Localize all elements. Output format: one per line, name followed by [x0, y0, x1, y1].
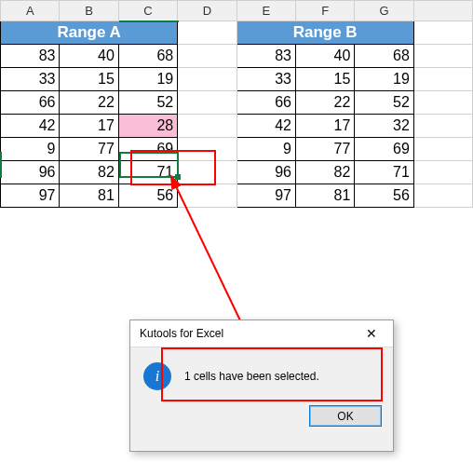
cell[interactable]: 56 — [118, 184, 177, 208]
col-header[interactable]: F — [295, 1, 354, 21]
cell[interactable]: 32 — [355, 115, 413, 138]
col-header[interactable]: A — [1, 1, 60, 21]
cell[interactable]: 52 — [118, 91, 177, 115]
dialog-titlebar[interactable]: Kutools for Excel ✕ — [130, 320, 393, 347]
selection-border — [119, 152, 179, 154]
cell[interactable] — [178, 161, 236, 184]
dialog-message: 1 cells have been selected. — [184, 370, 319, 383]
cell[interactable]: 81 — [295, 184, 354, 208]
cell[interactable] — [178, 184, 236, 208]
selection-border — [119, 176, 179, 178]
cell[interactable]: 56 — [355, 184, 413, 208]
range-a-title[interactable]: Range A — [1, 21, 178, 45]
spreadsheet-grid[interactable]: A B C D E F G Range A Range B 83 40 68 8… — [0, 0, 473, 208]
col-header-empty[interactable] — [413, 1, 472, 21]
cell[interactable]: 15 — [60, 68, 118, 91]
cell[interactable] — [413, 91, 472, 115]
col-header[interactable]: B — [60, 1, 118, 21]
ok-button[interactable]: OK — [309, 405, 382, 427]
cell[interactable]: 71 — [118, 161, 177, 184]
cell[interactable] — [413, 138, 472, 161]
cell[interactable]: 40 — [295, 45, 354, 68]
cell[interactable]: 82 — [295, 161, 354, 184]
cell[interactable]: 68 — [118, 45, 177, 68]
cell[interactable] — [413, 21, 472, 45]
cell[interactable]: 19 — [118, 68, 177, 91]
cell[interactable]: 82 — [60, 161, 118, 184]
cell[interactable]: 33 — [236, 68, 295, 91]
cell[interactable] — [413, 68, 472, 91]
col-header[interactable]: D — [178, 1, 236, 21]
cell[interactable]: 96 — [1, 161, 60, 184]
cell[interactable]: 42 — [236, 115, 295, 138]
cell[interactable]: 17 — [60, 115, 118, 138]
cell[interactable]: 15 — [295, 68, 354, 91]
cell[interactable] — [413, 184, 472, 208]
cell[interactable] — [413, 161, 472, 184]
cell[interactable]: 83 — [236, 45, 295, 68]
dialog-footer: OK — [130, 405, 393, 438]
cell[interactable] — [178, 91, 236, 115]
cell[interactable]: 9 — [1, 138, 60, 161]
cell[interactable] — [178, 115, 236, 138]
selection-border — [0, 152, 2, 178]
cell[interactable]: 17 — [295, 115, 354, 138]
cell[interactable]: 69 — [355, 138, 413, 161]
selection-handle[interactable] — [175, 174, 181, 180]
cell[interactable]: 77 — [60, 138, 118, 161]
cell[interactable]: 69 — [118, 138, 177, 161]
info-icon: i — [143, 362, 171, 390]
cell[interactable]: 71 — [355, 161, 413, 184]
dialog-body: i 1 cells have been selected. — [130, 347, 393, 405]
col-header[interactable]: E — [236, 1, 295, 21]
range-b-title[interactable]: Range B — [236, 21, 413, 45]
cell[interactable]: 97 — [236, 184, 295, 208]
selection-border — [119, 20, 179, 22]
kutools-dialog: Kutools for Excel ✕ i 1 cells have been … — [129, 320, 394, 452]
col-header[interactable]: C — [118, 1, 177, 21]
cell[interactable]: 96 — [236, 161, 295, 184]
cell[interactable]: 33 — [1, 68, 60, 91]
cell[interactable]: 66 — [236, 91, 295, 115]
cell[interactable]: 9 — [236, 138, 295, 161]
cell[interactable]: 68 — [355, 45, 413, 68]
close-icon[interactable]: ✕ — [356, 323, 387, 344]
cell[interactable]: 52 — [355, 91, 413, 115]
cell[interactable]: 22 — [295, 91, 354, 115]
cell[interactable]: 81 — [60, 184, 118, 208]
cell[interactable]: 97 — [1, 184, 60, 208]
selection-border — [119, 152, 121, 178]
cell[interactable] — [413, 115, 472, 138]
cell[interactable]: 77 — [295, 138, 354, 161]
cell[interactable]: 19 — [355, 68, 413, 91]
cell[interactable] — [178, 138, 236, 161]
cell[interactable]: 66 — [1, 91, 60, 115]
cell[interactable]: 42 — [1, 115, 60, 138]
cell[interactable] — [178, 45, 236, 68]
cell[interactable]: 22 — [60, 91, 118, 115]
highlighted-cell[interactable]: 28 — [118, 115, 177, 138]
cell[interactable]: 83 — [1, 45, 60, 68]
cell[interactable]: 40 — [60, 45, 118, 68]
dialog-title: Kutools for Excel — [140, 327, 223, 340]
cell[interactable] — [178, 68, 236, 91]
cell[interactable] — [413, 45, 472, 68]
col-header[interactable]: G — [355, 1, 413, 21]
cell[interactable] — [178, 21, 236, 45]
